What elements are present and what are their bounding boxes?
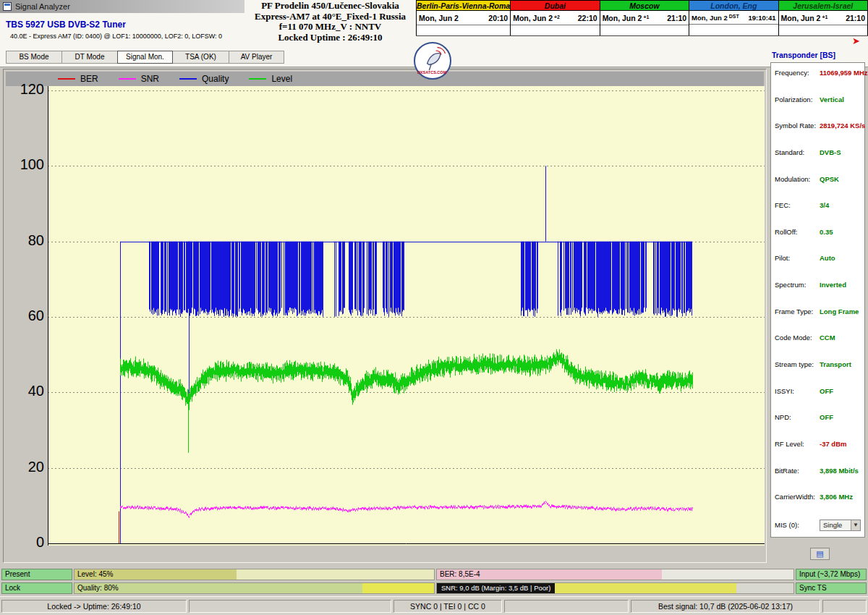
level-progress-label: Level: 45% (77, 569, 113, 580)
quality-line-swatch (179, 78, 197, 80)
tab-av-player[interactable]: AV Player (229, 51, 284, 64)
legend-label: Level (271, 74, 292, 84)
signal-chart-canvas (48, 86, 765, 546)
clock-time: 19:10:41 (749, 14, 776, 22)
lock-indicator: Lock (1, 582, 72, 594)
station-line-1: PF Prodelin 450/Lučenec-Slovakia (244, 1, 416, 12)
clock-offset: +1 (822, 14, 827, 20)
status-bar: Locked -> Uptime: 26:49:10 SYNC 0 | TEI … (0, 596, 868, 615)
chart-legend: BER SNR Quality Level (6, 72, 764, 86)
input-indicator: Input (~3,72 Mbps) (796, 569, 867, 580)
transponder-details-box: Frequency:11069,959 MHz Polarization:Ver… (770, 62, 865, 538)
station-line-3: f=11 070 MHz_V : NNTV (244, 22, 416, 33)
snr-progress-bar: SNR: 9,0 dB (Margin: 3,5 dB | Poor) (436, 582, 794, 594)
signal-chart-frame: BER SNR Quality Level 120 100 80 60 40 2… (3, 69, 767, 563)
y-tick-label: 40 (8, 383, 44, 399)
clock-city: Dubai (511, 0, 599, 11)
quality-progress-label: Quality: 80% (77, 583, 119, 593)
snr-progress-fill (532, 583, 736, 593)
transponder-row: RollOff:0.35 (775, 228, 861, 236)
transponder-row: Frame Type:Long Frame (775, 308, 861, 315)
y-tick-label: 100 (8, 156, 44, 173)
transponder-row: Code Mode:CCM (775, 334, 861, 342)
clock-city: London, Eng (689, 0, 778, 11)
logo-text: DXSATCS.COM (417, 70, 447, 75)
ber-progress-bar: BER: 8,5E-4 (436, 569, 794, 580)
station-line-2: Express-AM7 at 40°E_Fixed-1 Russia (244, 12, 416, 22)
y-tick-label: 0 (8, 534, 44, 551)
y-tick-label: 80 (8, 232, 44, 249)
transponder-row: Pilot:Auto (775, 254, 861, 262)
red-arrow-icon: ➤ (852, 36, 860, 46)
y-tick-label: 60 (8, 308, 44, 324)
panel-report-button[interactable]: ▤ (810, 548, 830, 560)
clock-city: Moscow (600, 0, 689, 11)
clock-jerusalem: Jerusalem-Israel Mon, Jun 2 +1 21:10 (779, 0, 868, 35)
tab-tsa[interactable]: TSA (OK) (173, 51, 229, 64)
tuner-name: TBS 5927 USB DVB-S2 Tuner (6, 20, 222, 30)
status-locked-uptime: Locked -> Uptime: 26:49:10 (1, 600, 187, 613)
window-titlebar[interactable]: Signal Analyzer (0, 0, 244, 13)
dxsatcs-logo: DXSATCS.COM (414, 42, 451, 80)
ber-line-swatch (58, 78, 75, 80)
clock-offset: +2 (554, 14, 560, 20)
level-progress-bar: Level: 45% (74, 569, 435, 580)
mis-label: MIS (0): (775, 521, 820, 529)
world-clocks: Berlin-Paris-Vienna-Roma Mon, Jun 2 20:1… (416, 0, 868, 36)
legend-label: BER (80, 74, 98, 84)
clock-city: Berlin-Paris-Vienna-Roma (417, 0, 510, 11)
station-info: PF Prodelin 450/Lučenec-Slovakia Express… (244, 1, 416, 43)
transponder-panel-title: Transponder [BS] (769, 49, 867, 61)
legend-label: Quality (202, 74, 229, 84)
clock-time: 22:10 (578, 14, 597, 22)
mis-select[interactable]: Single ▼ (820, 519, 861, 531)
transponder-row: Frequency:11069,959 MHz (775, 69, 861, 77)
transponder-row: FEC:3/4 (775, 201, 861, 209)
window-title: Signal Analyzer (15, 2, 70, 11)
clock-moscow: Moscow Mon, Jun 2 +1 21:10 (600, 0, 689, 35)
level-line-swatch (249, 78, 266, 80)
legend-item-snr: SNR (119, 74, 159, 84)
app-icon (3, 2, 12, 11)
tab-dt-mode[interactable]: DT Mode (61, 51, 117, 64)
status-best-signal: Best signal: 10,7 dB (2025-06-02 13:17) (631, 600, 820, 613)
status-sync-counters: SYNC 0 | TEI 0 | CC 0 (393, 600, 502, 613)
tuner-details: 40.0E - Express AM7 (ID: 0400) @ LOF1: 1… (10, 33, 222, 40)
document-icon: ▤ (816, 549, 823, 558)
mode-tabs: BS Mode DT Mode Signal Mon. TSA (OK) AV … (6, 51, 284, 64)
legend-item-ber: BER (58, 74, 98, 84)
transponder-row: Symbol Rate:2819,724 KS/s (775, 122, 861, 130)
clock-date: Mon, Jun 2 (419, 14, 459, 22)
clock-date: Mon, Jun 2 (513, 14, 553, 22)
clock-date: Mon, Jun 2 (692, 14, 728, 22)
transponder-row: RF Level:-37 dBm (775, 440, 861, 448)
transponder-row: Polarization:Vertical (775, 96, 861, 103)
tuner-info: TBS 5927 USB DVB-S2 Tuner 40.0E - Expres… (6, 20, 222, 40)
sync-ts-indicator: Sync TS (796, 582, 867, 594)
legend-label: SNR (141, 74, 159, 84)
clock-berlin: Berlin-Paris-Vienna-Roma Mon, Jun 2 20:1… (416, 0, 511, 35)
legend-item-quality: Quality (179, 74, 229, 84)
clock-london: London, Eng Mon, Jun 2 DST 19:10:41 (689, 0, 778, 35)
tab-signal-mon[interactable]: Signal Mon. (117, 51, 173, 64)
clock-date: Mon, Jun 2 (603, 14, 642, 22)
transponder-row: ISSYI:OFF (775, 387, 861, 395)
quality-progress-bar: Quality: 80% (74, 582, 435, 594)
chevron-down-icon[interactable]: ▼ (851, 520, 860, 530)
satellite-dish-icon: DXSATCS.COM (415, 43, 450, 78)
tab-bs-mode[interactable]: BS Mode (6, 51, 61, 64)
clock-offset: DST (729, 14, 739, 19)
clock-time: 21:10 (667, 14, 686, 22)
status-spacer (504, 600, 629, 613)
snr-line-swatch (119, 78, 136, 80)
clock-time: 21:10 (846, 14, 865, 22)
transponder-row: Spectrum:Inverted (775, 281, 861, 289)
status-spacer (822, 600, 867, 613)
transponder-row: Stream type:Transport (775, 360, 861, 368)
snr-progress-label: SNR: 9,0 dB (Margin: 3,5 dB | Poor) (437, 583, 555, 593)
clock-date: Mon, Jun 2 (781, 14, 821, 22)
ber-progress-label: BER: 8,5E-4 (440, 569, 480, 580)
legend-item-level: Level (249, 74, 292, 84)
status-spacer (189, 600, 391, 613)
clock-time: 20:10 (488, 14, 508, 22)
